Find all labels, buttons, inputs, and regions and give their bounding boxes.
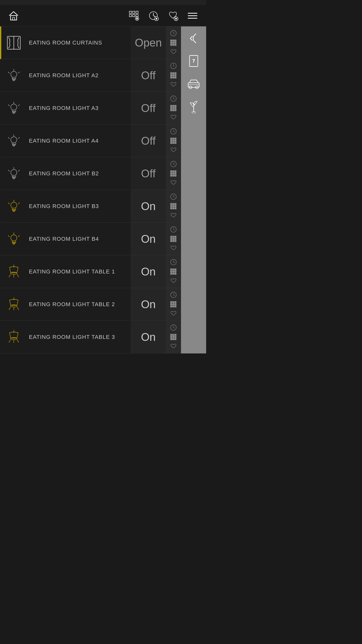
grid-icon-light-b3[interactable] (169, 202, 178, 211)
device-main-light-a2[interactable]: EATING ROOM LIGHT A2 (1, 59, 131, 92)
clock-icon-light-a4[interactable] (169, 127, 178, 136)
heart-icon-light-a2[interactable] (169, 80, 178, 89)
clock-icon-light-b2[interactable] (169, 160, 178, 168)
device-main-light-a3[interactable]: EATING ROOM LIGHT A3 (1, 92, 131, 124)
device-name-light-a2: EATING ROOM LIGHT A2 (29, 72, 99, 79)
clock-icon-light-table2[interactable] (169, 291, 178, 299)
main-content: EATING ROOM CURTAINS Open (0, 26, 206, 353)
heart-icon-light-table2[interactable] (169, 309, 178, 318)
clock-icon-light-b3[interactable] (169, 192, 178, 201)
svg-rect-120 (175, 203, 176, 205)
clock-icon-light-b4[interactable] (169, 225, 178, 234)
svg-rect-46 (175, 74, 176, 76)
svg-rect-42 (172, 72, 174, 74)
svg-line-70 (8, 137, 10, 139)
clock-icon-light-table1[interactable] (169, 258, 178, 266)
heart-icon-light-table3[interactable] (169, 342, 178, 351)
heart-icon-light-a4[interactable] (169, 146, 178, 154)
svg-line-78 (173, 131, 175, 132)
heart-icon-light-b4[interactable] (169, 244, 178, 253)
svg-rect-65 (175, 107, 176, 109)
svg-rect-66 (170, 109, 172, 111)
device-controls-light-a3 (166, 92, 181, 124)
clock-icon-curtains[interactable] (169, 29, 178, 37)
device-main-light-table2[interactable]: EATING ROOM LIGHT TABLE 2 (1, 288, 131, 320)
svg-line-97 (173, 164, 175, 165)
grid-menu-button[interactable] (128, 10, 140, 22)
heart-icon-light-a3[interactable] (169, 113, 178, 122)
svg-point-16 (175, 18, 177, 19)
svg-rect-172 (170, 301, 172, 303)
svg-rect-29 (172, 44, 174, 46)
device-status-light-b2[interactable]: Off (131, 157, 166, 190)
device-controls-light-table2 (166, 288, 181, 320)
grid-icon-light-a4[interactable] (169, 137, 178, 145)
device-status-light-b3[interactable]: On (131, 190, 166, 222)
device-controls-curtains (166, 26, 181, 59)
clock-icon-light-table3[interactable] (169, 323, 178, 332)
device-icon-light-table2 (5, 296, 23, 313)
grid-icon-light-table3[interactable] (169, 333, 178, 341)
device-status-light-table3[interactable]: On (131, 321, 166, 353)
device-main-light-a4[interactable]: EATING ROOM LIGHT A4 (1, 125, 131, 157)
svg-line-71 (18, 137, 20, 139)
heart-icon-light-b3[interactable] (169, 211, 178, 220)
clock-settings-button[interactable] (147, 10, 159, 22)
device-controls-light-table3 (166, 321, 181, 353)
device-status-light-b4[interactable]: On (131, 223, 166, 255)
grid-icon-light-a2[interactable] (169, 71, 178, 80)
device-status-curtains[interactable]: Open (131, 26, 166, 59)
hamburger-menu-button[interactable] (187, 10, 199, 22)
device-status-light-table2[interactable]: On (131, 288, 166, 320)
heart-icon-curtains[interactable] (169, 48, 178, 56)
svg-rect-178 (170, 305, 172, 307)
svg-rect-191 (175, 334, 176, 336)
clock-icon-light-a2[interactable] (169, 62, 178, 70)
plant-icon[interactable] (186, 98, 202, 114)
grid-icon-light-a3[interactable] (169, 104, 178, 112)
device-status-light-a3[interactable]: Off (131, 92, 166, 124)
svg-rect-140 (175, 236, 176, 237)
svg-line-185 (17, 340, 19, 342)
svg-rect-138 (170, 236, 172, 237)
clock-icon-light-a3[interactable] (169, 94, 178, 103)
device-row-light-table2: EATING ROOM LIGHT TABLE 2 On (0, 288, 181, 321)
svg-line-188 (173, 328, 175, 328)
favorites-button[interactable] (167, 10, 179, 22)
svg-rect-102 (172, 173, 174, 174)
svg-line-40 (173, 66, 175, 67)
grid-icon-curtains[interactable] (169, 38, 178, 47)
device-main-light-b4[interactable]: EATING ROOM LIGHT B4 (1, 223, 131, 255)
svg-rect-3 (133, 11, 135, 14)
svg-line-89 (8, 170, 10, 171)
svg-line-52 (18, 104, 20, 106)
grid-icon-light-b4[interactable] (169, 235, 178, 243)
svg-line-21 (173, 33, 175, 34)
heart-icon-light-b2[interactable] (169, 179, 178, 187)
svg-rect-1 (13, 18, 15, 20)
grid-icon-light-table1[interactable] (169, 267, 178, 276)
device-main-light-b2[interactable]: EATING ROOM LIGHT B2 (1, 157, 131, 190)
svg-rect-155 (170, 268, 172, 270)
svg-rect-24 (175, 39, 176, 41)
tablet-icon[interactable]: 7 (186, 53, 202, 69)
svg-rect-61 (172, 105, 174, 107)
back-button[interactable] (186, 30, 202, 47)
device-main-light-table3[interactable]: EATING ROOM LIGHT TABLE 3 (1, 321, 131, 353)
home-button[interactable] (8, 10, 20, 22)
grid-icon-light-table2[interactable] (169, 300, 178, 309)
device-status-light-table1[interactable]: On (131, 255, 166, 288)
device-status-light-a4[interactable]: Off (131, 125, 166, 157)
device-status-light-a2[interactable]: Off (131, 59, 166, 92)
device-main-light-table1[interactable]: EATING ROOM LIGHT TABLE 1 (1, 255, 131, 288)
car-icon[interactable] (186, 75, 202, 92)
svg-rect-192 (170, 336, 172, 338)
svg-rect-132 (13, 243, 15, 244)
device-main-light-b3[interactable]: EATING ROOM LIGHT B3 (1, 190, 131, 222)
svg-point-110 (11, 202, 17, 208)
right-nav-icons (128, 10, 199, 22)
device-icon-light-table3 (5, 328, 23, 346)
grid-icon-light-b2[interactable] (169, 169, 178, 178)
heart-icon-light-table1[interactable] (169, 277, 178, 285)
device-main-curtains[interactable]: EATING ROOM CURTAINS (1, 26, 131, 59)
